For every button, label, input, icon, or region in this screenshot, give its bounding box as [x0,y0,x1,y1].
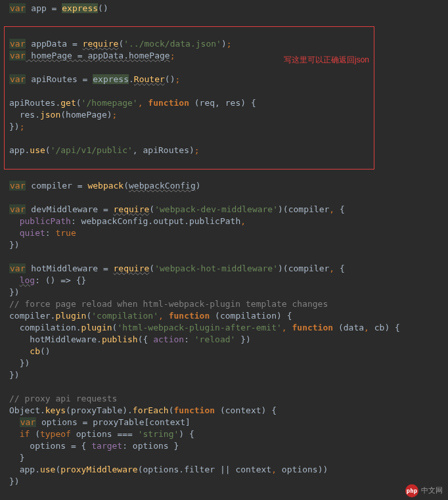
code-line: }) [9,239,448,251]
watermark-logo: php 中文网 [405,484,443,497]
code-line [9,381,448,393]
code-line: compiler.plugin('compilation', function … [9,310,448,322]
code-line: }) [9,286,448,298]
code-line: var compiler = webpack(webpackConfig) [9,180,448,192]
code-line [9,85,448,97]
code-line [9,168,448,180]
code-editor[interactable]: 写这里可以正确返回json var app = express() var ap… [0,0,448,490]
code-line: apiRoutes.get('/homepage', function (req… [9,97,448,109]
code-line: Object.keys(proxyTable).forEach(function… [9,405,448,417]
code-line: options = { target: options } [9,440,448,452]
php-badge-icon: php [405,484,418,497]
code-line: cb() [9,346,448,357]
code-line: }) [9,369,448,381]
code-line: }); [9,121,448,133]
code-line [9,62,448,74]
code-line [9,251,448,263]
code-line: var hotMiddleware = require('webpack-hot… [9,263,448,275]
code-line: var appData = require('../mock/data.json… [9,38,448,50]
code-line [9,192,448,204]
code-line: var apiRoutes = express.Router(); [9,74,448,85]
code-line: // force page reload when html-webpack-p… [9,298,448,310]
code-line: quiet: true [9,227,448,239]
code-line: res.json(homePage); [9,109,448,121]
code-line: // proxy api requests [9,393,448,405]
code-line: log: () => {} [9,275,448,286]
code-line: app.use('/api/v1/public', apiRoutes); [9,145,448,156]
code-line: }) [9,357,448,369]
code-line [9,156,448,168]
code-line: app.use(proxyMiddleware(options.filter |… [9,464,448,476]
code-line: var options = proxyTable[context] [9,417,448,428]
code-line [9,14,448,26]
code-line: publicPath: webpackConfig.output.publicP… [9,216,448,227]
annotation-text: 写这里可以正确返回json [284,54,369,66]
code-line: hotMiddleware.publish({ action: 'reload'… [9,334,448,346]
code-line: var app = express() [9,3,448,14]
code-line: var homePage = appData.homePage; [9,50,448,62]
code-line: var devMiddleware = require('webpack-dev… [9,204,448,216]
code-line: if (typeof options === 'string') { [9,428,448,440]
code-line [9,26,448,38]
code-line: compilation.plugin('html-webpack-plugin-… [9,322,448,334]
code-line: } [9,452,448,464]
code-line: }) [9,476,448,488]
code-line [9,133,448,145]
